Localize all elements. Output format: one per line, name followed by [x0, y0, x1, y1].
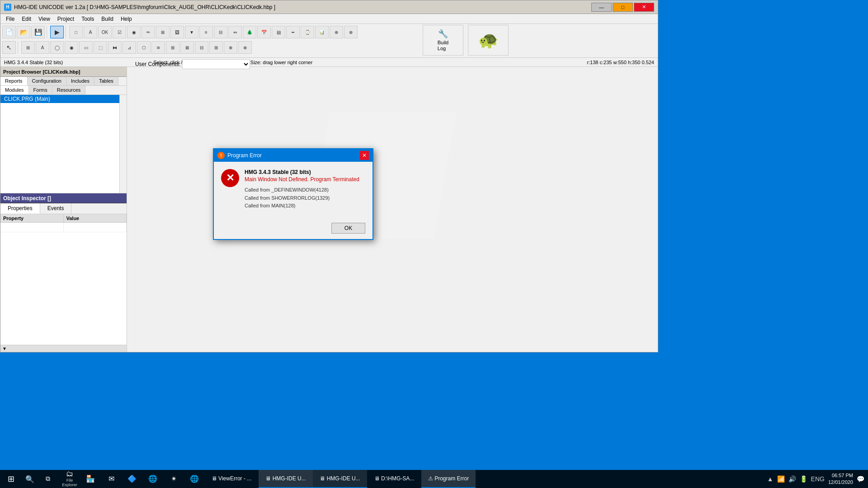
btn-img[interactable]: 🖼 — [170, 26, 184, 38]
scrollbar-vertical[interactable] — [119, 95, 127, 193]
menu-tools[interactable]: Tools — [78, 15, 98, 23]
btn2-9[interactable]: ⬡ — [137, 41, 151, 54]
detail-line1: Called from _DEFINEWINDOW(4128) — [245, 186, 365, 194]
btn-more2[interactable]: ⊗ — [344, 26, 358, 38]
taskbar-app-explorer[interactable]: 🗂 File Explorer — [60, 470, 80, 488]
toolbar-container: 📄 📂 💾 ▶ □ A OK ☑ ◉ ✏ ⊞ 🖼 ▼ ≡ ⊟ ⇔ 🌲 📅 ▤ ━… — [0, 24, 658, 58]
btn-label[interactable]: A — [84, 26, 97, 38]
btn-form[interactable]: □ — [69, 26, 83, 38]
btn-slider[interactable]: ⇔ — [228, 26, 242, 38]
tab-includes[interactable]: Includes — [66, 77, 94, 85]
taskbar-clock[interactable]: 06:57 PM 12/01/2020 — [828, 472, 853, 486]
new-btn[interactable]: 📄 — [2, 26, 16, 38]
taskbar-hmgide1[interactable]: 🖥 HMG-IDE U... — [259, 470, 313, 488]
taskbar-hmgsa[interactable]: 🖥 D:\HMG-SA... — [367, 470, 421, 488]
taskbar-app-mail[interactable]: ✉ — [101, 470, 121, 488]
btn-grid[interactable]: ⊞ — [156, 26, 170, 38]
btn2-6[interactable]: ⬚ — [94, 41, 107, 54]
maximize-button[interactable]: □ — [613, 3, 633, 12]
btn-tab[interactable]: ⊟ — [214, 26, 227, 38]
taskbar-volume-icon[interactable]: 🔊 — [788, 475, 796, 483]
btn2-10[interactable]: ≋ — [151, 41, 165, 54]
btn2-16[interactable]: ⊗ — [238, 41, 252, 54]
tab-forms[interactable]: Forms — [29, 86, 52, 94]
taskbar-app-dropbox[interactable]: 🔷 — [122, 470, 142, 488]
sep3 — [18, 41, 19, 54]
dialog-message: HMG 3.4.3 Stable (32 bits) Main Window N… — [245, 169, 365, 210]
minimize-button[interactable]: — — [591, 3, 612, 12]
tab-reports[interactable]: Reports — [0, 77, 28, 85]
ide-window: H HMG-IDE UNICODE ver 1.2a [ D:\HMG-SAMP… — [0, 0, 658, 352]
btn-status[interactable]: ━ — [286, 26, 300, 38]
taskbar-app-excel[interactable]: ✴ — [164, 470, 184, 488]
taskbar-up-arrow[interactable]: ▲ — [767, 475, 774, 483]
taskbar-app-edge[interactable]: 🌐 — [143, 470, 163, 488]
taskbar-lang[interactable]: ENG — [811, 475, 825, 483]
btn2-15[interactable]: ⊕ — [224, 41, 237, 54]
close-button[interactable]: ✕ — [634, 3, 654, 12]
menu-edit[interactable]: Edit — [18, 15, 35, 23]
run-btn[interactable]: ▶ — [50, 26, 64, 38]
tab-configuration[interactable]: Configuration — [28, 77, 66, 85]
tab-modules[interactable]: Modules — [0, 86, 29, 94]
menu-help[interactable]: Help — [117, 15, 136, 23]
taskbar-app-chrome[interactable]: 🌐 — [184, 470, 204, 488]
btn2-8[interactable]: ⊿ — [123, 41, 136, 54]
btn-combo[interactable]: ▼ — [185, 26, 198, 38]
taskbar-viewerror[interactable]: 🖥 ViewError - ... — [204, 470, 259, 488]
btn-more1[interactable]: ⊕ — [330, 26, 343, 38]
build-log-button[interactable]: 🔧 BuildLog — [423, 25, 463, 56]
btn-edit[interactable]: ✏ — [142, 26, 155, 38]
tab-properties[interactable]: Properties — [0, 203, 40, 214]
status-version: HMG 3.4.4 Stable (32 bits) — [4, 60, 63, 65]
btn2-14[interactable]: ⊞ — [209, 41, 223, 54]
btn2-4[interactable]: ◉ — [65, 41, 78, 54]
btn2-13[interactable]: ⊟ — [195, 41, 208, 54]
taskbar-time-display: 06:57 PM — [828, 472, 853, 479]
menu-build[interactable]: Build — [98, 15, 117, 23]
btn-btn[interactable]: OK — [98, 26, 112, 38]
btn-chart[interactable]: 📊 — [315, 26, 329, 38]
ok-button[interactable]: OK — [331, 223, 365, 234]
turtle-button[interactable]: 🐢 — [468, 25, 509, 56]
btn2-2[interactable]: A — [36, 41, 49, 54]
btn-timer[interactable]: ⌚ — [301, 26, 314, 38]
btn-list[interactable]: ≡ — [199, 26, 213, 38]
btn2-11[interactable]: ⊞ — [166, 41, 179, 54]
dialog-body: ✕ HMG 3.4.3 Stable (32 bits) Main Window… — [214, 162, 373, 223]
taskbar-app-store[interactable]: 🏪 — [80, 470, 100, 488]
taskbar-battery-icon[interactable]: 🔋 — [800, 475, 807, 483]
btn-radio[interactable]: ◉ — [127, 26, 141, 38]
taskbar-programerror[interactable]: ⚠ Program Error — [421, 470, 476, 488]
tab-tables[interactable]: Tables — [94, 77, 118, 85]
detail-line2: Called from SHOWERRORLOG(1329) — [245, 194, 365, 202]
dialog-close-button[interactable]: ✕ — [360, 151, 369, 160]
btn2-3[interactable]: ◯ — [50, 41, 64, 54]
menu-view[interactable]: View — [35, 15, 54, 23]
taskbar-hmgide2[interactable]: 🖥 HMG-IDE U... — [313, 470, 367, 488]
btn2-12[interactable]: ⊠ — [180, 41, 194, 54]
menu-project[interactable]: Project — [54, 15, 78, 23]
btn2-7[interactable]: ⧓ — [108, 41, 122, 54]
file-list: CLICK.PRG (Main) — [0, 95, 119, 193]
taskbar-task-view[interactable]: ⧉ — [38, 470, 58, 488]
dialog-title-icon: ! — [217, 152, 225, 159]
list-item[interactable]: CLICK.PRG (Main) — [0, 95, 119, 103]
btn-check[interactable]: ☑ — [113, 26, 126, 38]
btn2-1[interactable]: ⊞ — [21, 41, 35, 54]
taskbar-network-icon[interactable]: 📶 — [777, 475, 785, 483]
tab-resources[interactable]: Resources — [52, 86, 86, 94]
btn-ani[interactable]: ▤ — [272, 26, 285, 38]
btn-tree[interactable]: 🌲 — [243, 26, 256, 38]
start-button[interactable]: ⊞ — [0, 470, 22, 488]
btn2-5[interactable]: ▭ — [79, 41, 93, 54]
menu-file[interactable]: File — [2, 15, 18, 23]
object-inspector-title: Object Inspector [] — [0, 193, 127, 203]
open-btn[interactable]: 📂 — [17, 26, 30, 38]
taskbar-search[interactable]: 🔍 — [22, 471, 38, 487]
taskbar-notification[interactable]: 💬 — [857, 475, 864, 483]
btn2-cursor[interactable]: ↖ — [2, 41, 16, 54]
save-btn[interactable]: 💾 — [31, 26, 45, 38]
tab-events[interactable]: Events — [40, 203, 72, 214]
btn-datepick[interactable]: 📅 — [257, 26, 271, 38]
